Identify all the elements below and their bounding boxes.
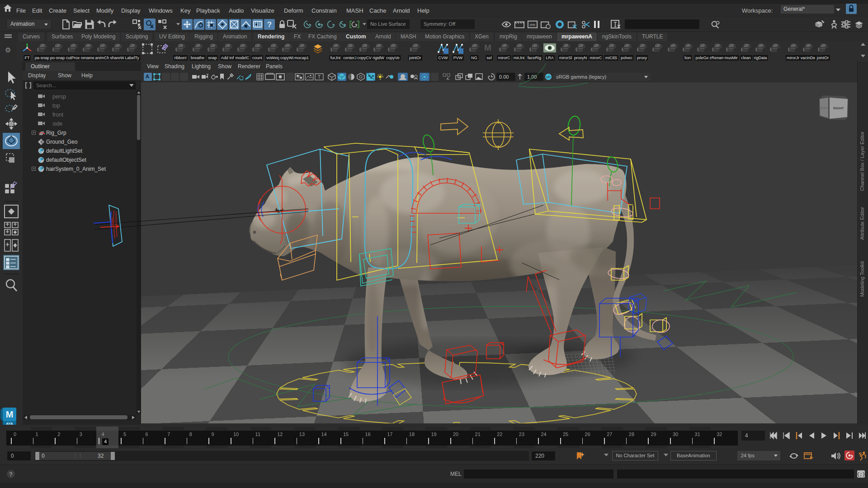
svg-text:AYA: AYA <box>6 422 13 425</box>
svg-text:RIGHT: RIGHT <box>833 106 844 110</box>
svg-text:T: T <box>318 75 321 80</box>
svg-text:FRONT: FRONT <box>819 107 829 109</box>
svg-text:IPR: IPR <box>530 23 535 27</box>
svg-text:?: ? <box>9 471 13 478</box>
svg-text:M: M <box>6 409 14 419</box>
svg-text:?: ? <box>267 20 272 29</box>
svg-text:{;}: {;} <box>857 472 865 477</box>
svg-text:sR: sR <box>546 75 551 79</box>
